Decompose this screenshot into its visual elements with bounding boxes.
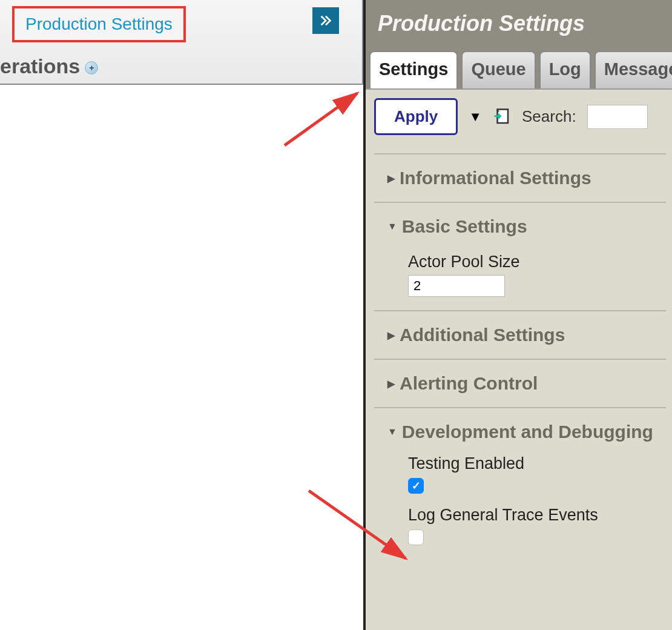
section-additional: ▶ Additional Settings [374,310,666,359]
section-header-alerting[interactable]: ▶ Alerting Control [387,373,666,394]
testing-enabled-checkbox[interactable]: ✓ [408,478,424,494]
page-title: Production Settings [366,0,672,51]
tab-queue[interactable]: Queue [461,51,535,88]
section-header-devdebug[interactable]: ▼ Development and Debugging [387,422,666,442]
field-log-general-trace: Log General Trace Events [408,506,666,545]
chevron-double-right-icon [319,14,332,27]
section-informational: ▶ Informational Settings [374,153,666,202]
field-testing-enabled: Testing Enabled ✓ [408,454,666,494]
toolbar: Apply ▼ Search: [374,98,666,135]
tab-messages[interactable]: Messages [595,51,672,88]
tab-settings[interactable]: Settings [369,51,458,88]
caret-right-icon: ▶ [387,173,395,184]
operations-heading-fragment: erations + [0,55,98,78]
apply-button[interactable]: Apply [374,98,458,135]
log-general-trace-checkbox[interactable] [408,529,424,545]
search-input[interactable] [587,105,648,129]
section-title: Alerting Control [400,373,538,394]
section-basic: ▼ Basic Settings Actor Pool Size [374,202,666,310]
section-title: Basic Settings [402,216,527,237]
caret-right-icon: ▶ [387,378,395,390]
tabs: Settings Queue Log Messages Jobs [366,51,672,88]
dropdown-triangle-icon[interactable]: ▼ [469,109,482,125]
section-alerting: ▶ Alerting Control [374,359,666,407]
left-pane: Production Settings erations + [0,0,363,85]
caret-down-icon: ▼ [387,426,397,437]
caret-right-icon: ▶ [387,330,395,341]
search-label: Search: [522,107,576,126]
section-title: Additional Settings [400,325,565,345]
checkbox-label: Log General Trace Events [408,506,666,525]
section-devdebug: ▼ Development and Debugging Testing Enab… [374,407,666,559]
section-title: Informational Settings [400,168,591,188]
caret-down-icon: ▼ [387,221,397,232]
heading-text: erations [0,55,80,78]
field-actor-pool-size: Actor Pool Size [408,253,666,297]
section-title: Development and Debugging [402,422,653,442]
expand-panel-button[interactable] [312,7,339,34]
tab-log[interactable]: Log [539,51,591,88]
actor-pool-size-input[interactable] [408,275,505,297]
right-pane: Production Settings Settings Queue Log M… [363,0,672,630]
add-icon[interactable]: + [85,61,98,75]
settings-body: Apply ▼ Search: ▶ Informational Settings… [366,88,672,630]
section-header-informational[interactable]: ▶ Informational Settings [387,168,666,188]
section-header-basic[interactable]: ▼ Basic Settings [387,216,666,237]
section-header-additional[interactable]: ▶ Additional Settings [387,325,666,345]
annotation-arrow-1 [278,85,369,151]
export-icon[interactable] [493,108,511,126]
field-label: Actor Pool Size [408,253,666,271]
svg-line-1 [285,93,357,145]
production-settings-link[interactable]: Production Settings [12,6,186,42]
checkbox-label: Testing Enabled [408,454,666,473]
